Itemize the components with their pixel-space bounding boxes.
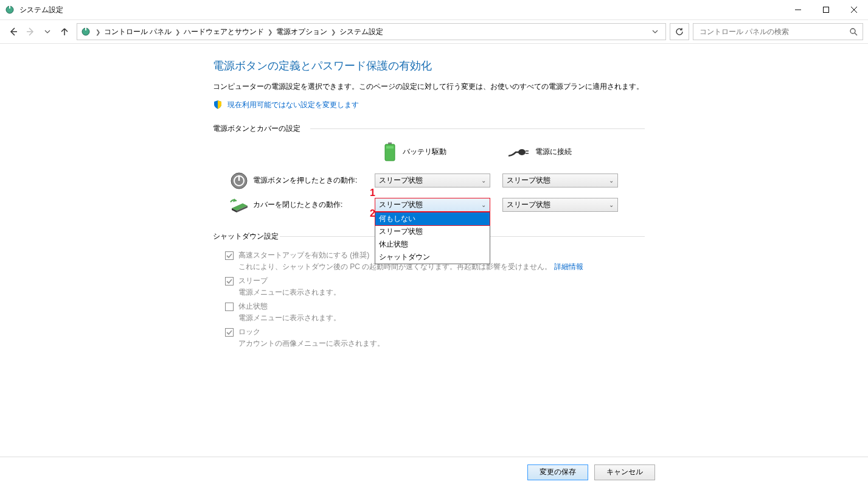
- sleep-desc: 電源メニューに表示されます。: [238, 287, 341, 298]
- chevron-right-icon[interactable]: ❯: [330, 29, 337, 35]
- dropdown-option[interactable]: スリープ状態: [375, 225, 490, 238]
- section-title: 電源ボタンとカバーの設定: [213, 124, 657, 134]
- chevron-down-icon: ⌄: [481, 177, 486, 184]
- lock-row: ロック アカウントの画像メニューに表示されます。: [225, 327, 657, 349]
- lock-checkbox[interactable]: [225, 328, 234, 337]
- dropdown-option[interactable]: 何もしない: [375, 212, 490, 226]
- sleep-checkbox[interactable]: [225, 277, 234, 286]
- recent-button[interactable]: [39, 23, 56, 40]
- svg-rect-3: [824, 7, 829, 13]
- save-button[interactable]: 変更の保存: [527, 464, 588, 480]
- window-title: システム設定: [19, 5, 63, 15]
- chevron-down-icon: ⌄: [609, 201, 614, 208]
- address-dropdown-icon[interactable]: [647, 29, 663, 35]
- lock-desc: アカウントの画像メニューに表示されます。: [238, 338, 384, 349]
- svg-point-10: [850, 29, 855, 33]
- hibernate-title: 休止状態: [238, 301, 341, 312]
- column-headers: バッテリ駆動 電源に接続: [213, 142, 657, 162]
- footer-bar: 変更の保存 キャンセル: [0, 457, 868, 487]
- power-button-plugged-combo[interactable]: スリープ状態 ⌄: [502, 173, 618, 187]
- laptop-lid-icon: [229, 197, 249, 213]
- window-controls: [784, 0, 868, 19]
- power-button-label: 電源ボタンを押したときの動作:: [253, 175, 375, 186]
- svg-line-11: [855, 33, 857, 35]
- chevron-right-icon[interactable]: ❯: [174, 29, 181, 35]
- annotation-1: 1: [370, 187, 375, 198]
- search-box[interactable]: [693, 23, 863, 40]
- dropdown-option[interactable]: 休止状態: [375, 238, 490, 251]
- svg-rect-9: [85, 27, 86, 30]
- shield-icon: [213, 100, 223, 110]
- breadcrumb-item[interactable]: ハードウェアとサウンド: [181, 27, 266, 37]
- close-lid-battery-dropdown: 何もしない スリープ状態 休止状態 シャットダウン: [375, 212, 490, 264]
- back-button[interactable]: [5, 23, 22, 40]
- close-lid-battery-combo[interactable]: スリープ状態 ⌄ 何もしない スリープ状態 休止状態 シャットダウン: [375, 198, 490, 212]
- breadcrumb-item[interactable]: コントロール パネル: [102, 27, 174, 37]
- hibernate-desc: 電源メニューに表示されます。: [238, 313, 341, 323]
- maximize-button[interactable]: [812, 0, 840, 19]
- battery-column-header: バッテリ駆動: [383, 142, 446, 162]
- close-lid-label: カバーを閉じたときの動作:: [253, 200, 375, 210]
- sleep-title: スリープ: [238, 276, 341, 286]
- cancel-button[interactable]: キャンセル: [594, 464, 655, 480]
- battery-label: バッテリ駆動: [403, 147, 446, 157]
- power-button-battery-combo[interactable]: スリープ状態 ⌄: [375, 173, 490, 187]
- page-description: コンピューターの電源設定を選択できます。このページの設定に対して行う変更は、お使…: [213, 80, 657, 94]
- content-area: 電源ボタンの定義とパスワード保護の有効化 コンピューターの電源設定を選択できます…: [0, 44, 657, 349]
- hibernate-row: 休止状態 電源メニューに表示されます。: [225, 301, 657, 323]
- plugged-column-header: 電源に接続: [507, 146, 572, 158]
- power-button-row: 電源ボタンを押したときの動作: スリープ状態 ⌄ スリープ状態 ⌄: [213, 172, 657, 190]
- svg-point-16: [518, 149, 526, 155]
- hibernate-checkbox[interactable]: [225, 303, 234, 311]
- location-icon: [81, 27, 91, 37]
- dropdown-option[interactable]: シャットダウン: [375, 251, 490, 264]
- search-input[interactable]: [698, 27, 849, 37]
- close-lid-row: 1 2 カバーを閉じたときの動作: スリープ状態 ⌄ 何もしない スリープ状態 …: [213, 197, 657, 213]
- admin-link-text[interactable]: 現在利用可能ではない設定を変更します: [227, 100, 359, 110]
- close-button[interactable]: [840, 0, 868, 19]
- svg-rect-1: [9, 5, 10, 9]
- navigation-bar: ❯ コントロール パネル ❯ ハードウェアとサウンド ❯ 電源オプション ❯ シ…: [0, 19, 868, 44]
- plugged-label: 電源に接続: [535, 147, 572, 157]
- lock-title: ロック: [238, 327, 384, 337]
- chevron-right-icon[interactable]: ❯: [94, 29, 102, 35]
- refresh-button[interactable]: [670, 23, 689, 40]
- admin-settings-link[interactable]: 現在利用可能ではない設定を変更します: [213, 100, 657, 110]
- fast-startup-checkbox[interactable]: [225, 251, 234, 260]
- minimize-button[interactable]: [784, 0, 812, 19]
- breadcrumb-item[interactable]: 電源オプション: [274, 27, 330, 37]
- chevron-right-icon[interactable]: ❯: [266, 29, 274, 35]
- app-icon: [5, 5, 15, 15]
- page-heading: 電源ボタンの定義とパスワード保護の有効化: [213, 58, 657, 73]
- up-button[interactable]: [56, 23, 73, 40]
- plug-icon: [507, 146, 529, 158]
- chevron-down-icon: ⌄: [481, 201, 486, 208]
- details-link[interactable]: 詳細情報: [554, 262, 583, 271]
- address-bar[interactable]: ❯ コントロール パネル ❯ ハードウェアとサウンド ❯ 電源オプション ❯ シ…: [77, 23, 666, 40]
- power-button-icon: [230, 172, 248, 190]
- sleep-row: スリープ 電源メニューに表示されます。: [225, 276, 657, 298]
- chevron-down-icon: ⌄: [609, 177, 614, 184]
- forward-button[interactable]: [22, 23, 39, 40]
- battery-icon: [383, 142, 397, 162]
- search-icon[interactable]: [849, 27, 858, 36]
- breadcrumb-item[interactable]: システム設定: [337, 27, 386, 37]
- svg-rect-15: [386, 146, 394, 149]
- title-bar: システム設定: [0, 0, 868, 19]
- close-lid-plugged-combo[interactable]: スリープ状態 ⌄: [502, 198, 618, 212]
